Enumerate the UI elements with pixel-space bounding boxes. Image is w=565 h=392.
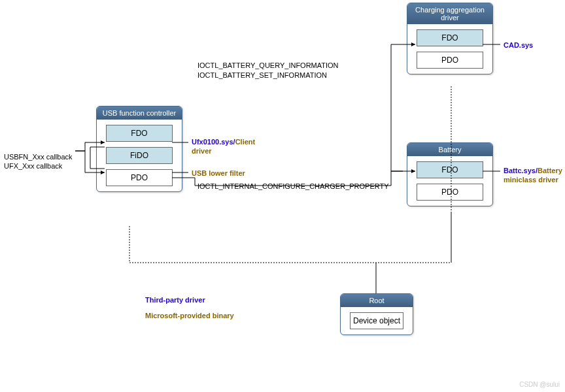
ufx-callback-text: UFX_Xxx callback xyxy=(4,161,73,171)
battery-pdo: PDO xyxy=(417,184,483,201)
battery-box: Battery FDO PDO xyxy=(407,142,493,206)
root-device-object: Device object xyxy=(350,312,403,329)
callbacks-label: USBFN_Xxx callback UFX_Xxx callback xyxy=(4,152,73,171)
usb-fc-box: USB function controller FDO FiDO PDO xyxy=(96,106,182,192)
root-box: Root Device object xyxy=(340,293,413,335)
battery-title: Battery xyxy=(407,143,492,156)
usb-fc-fdo: FDO xyxy=(106,125,173,142)
charging-aggregation-box: Charging aggregation driver FDO PDO xyxy=(407,3,493,74)
usb-fc-fido: FiDO xyxy=(106,147,173,164)
cad-sys-label: CAD.sys xyxy=(504,41,533,50)
root-title: Root xyxy=(341,294,413,307)
ioctl-charger-label: IOCTL_INTERNAL_CONFIGURE_CHARGER_PROPERT… xyxy=(197,182,389,191)
charging-agg-pdo: PDO xyxy=(417,52,483,69)
battery-fdo: FDO xyxy=(417,161,483,178)
usb-fc-title: USB function controller xyxy=(97,106,182,120)
ioctl-set-label: IOCTL_BATTERY_SET_INFORMATION xyxy=(197,71,327,80)
usbfn-callback-text: USBFN_Xxx callback xyxy=(4,152,73,161)
usb-lower-filter-label: USB lower filter xyxy=(192,169,245,178)
ms-provided-label: Microsoft-provided binary xyxy=(145,311,234,320)
ufx-label: Ufx0100.sys/Client driver xyxy=(192,137,264,156)
charging-agg-fdo: FDO xyxy=(417,29,483,46)
battc-sys-text: Battc.sys/ xyxy=(504,167,538,174)
ioctl-query-label: IOCTL_BATTERY_QUERY_INFORMATION xyxy=(197,61,339,70)
charging-agg-title: Charging aggregation driver xyxy=(407,3,492,24)
battc-label: Battc.sys/Battery miniclass driver xyxy=(504,166,562,185)
usb-fc-pdo: PDO xyxy=(106,169,173,186)
third-party-label: Third-party driver xyxy=(145,295,205,304)
watermark: CSDN @sului xyxy=(519,381,560,388)
ufx-text: Ufx0100.sys/ xyxy=(192,138,235,146)
